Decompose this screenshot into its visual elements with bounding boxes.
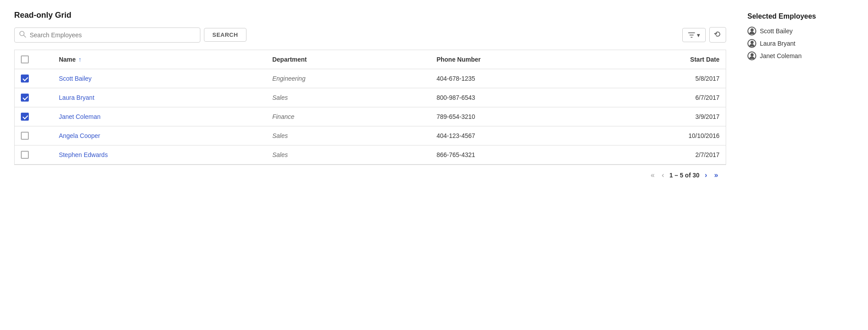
employee-name[interactable]: Stephen Edwards — [59, 151, 108, 158]
selected-employee-item: Janet Coleman — [747, 51, 854, 60]
search-wrapper — [14, 28, 200, 43]
header-name[interactable]: Name ↑ — [53, 50, 266, 69]
table-row: Janet ColemanFinance789-654-32103/9/2017 — [15, 107, 726, 126]
department-value: Sales — [272, 151, 288, 158]
svg-line-1 — [24, 35, 26, 37]
start-date-value: 10/10/2016 — [594, 126, 726, 145]
row-checkbox[interactable] — [21, 151, 29, 159]
header-phone[interactable]: Phone Number — [430, 50, 594, 69]
table-row: Scott BaileyEngineering404-678-12355/8/2… — [15, 69, 726, 88]
selected-employee-name: Laura Bryant — [760, 40, 795, 47]
pagination: « ‹ 1 – 5 of 30 › » — [14, 165, 726, 185]
table-row: Stephen EdwardsSales866-765-43212/7/2017 — [15, 145, 726, 165]
employee-name[interactable]: Laura Bryant — [59, 94, 94, 101]
start-date-value: 5/8/2017 — [594, 69, 726, 88]
user-avatar-icon — [747, 27, 756, 35]
department-value: Sales — [272, 94, 288, 101]
filter-dropdown-arrow: ▾ — [697, 31, 700, 39]
header-check — [15, 50, 53, 69]
selected-employee-name: Scott Bailey — [760, 28, 793, 35]
department-value: Engineering — [272, 75, 305, 82]
selected-panel-title: Selected Employees — [747, 12, 854, 20]
row-checkbox[interactable] — [21, 75, 29, 82]
refresh-icon — [714, 31, 721, 38]
table-row: Angela CooperSales404-123-456710/10/2016 — [15, 126, 726, 145]
table-header-row: Name ↑ Department Phone Number Start Dat… — [15, 50, 726, 69]
employee-name[interactable]: Janet Coleman — [59, 113, 101, 120]
phone-value: 866-765-4321 — [430, 145, 594, 165]
last-page-button[interactable]: » — [712, 170, 720, 180]
row-checkbox[interactable] — [21, 94, 29, 102]
employee-table: Name ↑ Department Phone Number Start Dat… — [14, 50, 726, 165]
filter-icon — [688, 31, 695, 39]
search-icon — [19, 31, 26, 39]
next-page-button[interactable]: › — [703, 170, 709, 180]
employee-name[interactable]: Angela Cooper — [59, 132, 100, 139]
table-row: Laura BryantSales800-987-65436/7/2017 — [15, 88, 726, 107]
selected-employee-item: Laura Bryant — [747, 39, 854, 48]
phone-value: 800-987-6543 — [430, 88, 594, 107]
main-section: Read-only Grid SEARCH ▾ — [14, 11, 726, 185]
selected-panel: Selected Employees Scott BaileyLaura Bry… — [747, 11, 854, 60]
selected-employee-item: Scott Bailey — [747, 27, 854, 35]
prev-page-button[interactable]: ‹ — [660, 170, 666, 180]
search-button[interactable]: SEARCH — [204, 28, 246, 42]
start-date-value: 3/9/2017 — [594, 107, 726, 126]
row-checkbox[interactable] — [21, 132, 29, 140]
header-start-date[interactable]: Start Date — [594, 50, 726, 69]
start-date-value: 6/7/2017 — [594, 88, 726, 107]
phone-value: 789-654-3210 — [430, 107, 594, 126]
user-avatar-icon — [747, 51, 756, 60]
selected-employee-name: Janet Coleman — [760, 52, 802, 59]
toolbar: SEARCH ▾ — [14, 27, 726, 43]
filter-button[interactable]: ▾ — [682, 28, 706, 42]
first-page-button[interactable]: « — [649, 170, 657, 180]
header-department[interactable]: Department — [266, 50, 430, 69]
user-avatar-icon — [747, 39, 756, 48]
department-value: Sales — [272, 132, 288, 139]
selected-employees-list: Scott BaileyLaura BryantJanet Coleman — [747, 27, 854, 60]
department-value: Finance — [272, 113, 294, 120]
phone-value: 404-123-4567 — [430, 126, 594, 145]
start-date-value: 2/7/2017 — [594, 145, 726, 165]
search-input[interactable] — [30, 31, 195, 39]
row-checkbox[interactable] — [21, 113, 29, 121]
select-all-checkbox[interactable] — [21, 55, 29, 63]
employee-name[interactable]: Scott Bailey — [59, 75, 92, 82]
refresh-button[interactable] — [709, 27, 726, 43]
page-range: 1 – 5 of 30 — [669, 172, 700, 179]
sort-arrow-icon: ↑ — [78, 56, 82, 63]
page-title: Read-only Grid — [14, 11, 726, 20]
phone-value: 404-678-1235 — [430, 69, 594, 88]
